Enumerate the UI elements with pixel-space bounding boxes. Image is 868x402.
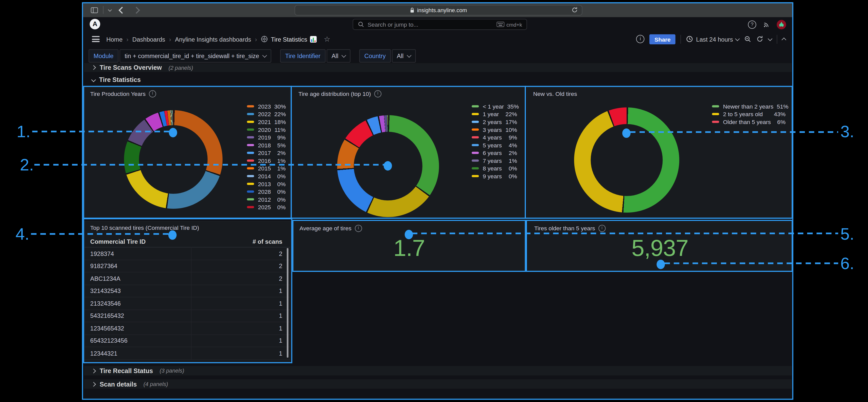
filter-country-label[interactable]: Country: [359, 49, 391, 62]
zoom-out-icon[interactable]: [744, 35, 751, 42]
legend-item[interactable]: 20280%: [247, 188, 286, 195]
section-tire-recall-status[interactable]: Tire Recall Status (3 panels): [84, 366, 792, 375]
legend-item[interactable]: 202222%: [247, 110, 286, 118]
cell-commercial-tire-id: 213243546: [90, 300, 199, 307]
legend-swatch-icon: [247, 136, 254, 138]
panel-tire-production-years[interactable]: Tire Production Years 202330%202222%2021…: [84, 87, 290, 218]
legend-item[interactable]: Older than 5 years6%: [712, 118, 785, 126]
chevron-down-icon: [262, 53, 267, 58]
forward-icon[interactable]: [133, 6, 140, 13]
legend-label: 2018: [258, 142, 274, 148]
donut-chart-tire-age[interactable]: [337, 115, 439, 217]
legend-item[interactable]: 20130%: [247, 180, 286, 188]
table-row[interactable]: ABC1234A2: [85, 272, 290, 285]
avatar[interactable]: [777, 20, 786, 29]
legend-item[interactable]: 2 years17%: [472, 118, 517, 126]
legend-item[interactable]: < 1 year35%: [472, 102, 517, 110]
back-icon[interactable]: [119, 6, 126, 13]
reload-icon[interactable]: [571, 7, 578, 13]
table-scrollbar[interactable]: [287, 248, 288, 358]
legend-item[interactable]: 9 years0%: [472, 172, 517, 180]
legend-item[interactable]: 202330%: [247, 102, 286, 110]
help-icon[interactable]: [748, 20, 756, 29]
table-row[interactable]: 54321654321: [85, 310, 290, 322]
legend-item[interactable]: 7 years1%: [472, 157, 517, 164]
cell-num-scans: 2: [199, 275, 284, 282]
panel-tires-older-than-5-years[interactable]: Tires older than 5 years 5,937: [528, 221, 792, 271]
collapse-header-chevron-icon[interactable]: [781, 37, 786, 42]
panel-info-icon[interactable]: [355, 224, 362, 231]
donut-chart-production-years[interactable]: [124, 110, 223, 209]
legend-item[interactable]: 1 year22%: [472, 110, 517, 118]
legend-item[interactable]: 20185%: [247, 141, 286, 149]
legend-item[interactable]: 5 years4%: [472, 141, 517, 149]
legend-item[interactable]: 202011%: [247, 126, 286, 134]
filter-module-value[interactable]: tin + commercial_tire_id + tire_sidewall…: [120, 49, 271, 62]
legend-item[interactable]: 20172%: [247, 149, 286, 157]
panel-info-icon[interactable]: [598, 224, 606, 231]
time-range-picker[interactable]: Last 24 hours: [686, 35, 739, 42]
refresh-icon[interactable]: [756, 35, 763, 42]
legend-item[interactable]: 8 years0%: [472, 164, 517, 172]
search-placeholder: Search or jump to...: [368, 21, 493, 28]
table-row[interactable]: 2132435461: [85, 297, 290, 310]
panel-new-vs-old-tires[interactable]: New vs. Old tires Newer than 2 years51%2…: [527, 87, 792, 218]
panel-info-icon[interactable]: [374, 90, 381, 97]
table-row[interactable]: 123443211: [85, 347, 290, 360]
menu-icon[interactable]: [92, 38, 100, 39]
table-row[interactable]: 654321234561: [85, 335, 290, 347]
legend-item[interactable]: 202118%: [247, 118, 286, 126]
panel-tire-age-distribution[interactable]: Tire age distribution (top 10) < 1 year3…: [292, 87, 525, 218]
cell-num-scans: 1: [199, 325, 284, 332]
section-tire-scans-overview[interactable]: Tire Scans Overview (2 panels): [84, 63, 792, 72]
breadcrumb-dashboards[interactable]: Dashboards: [132, 36, 165, 42]
donut-chart-new-vs-old[interactable]: [574, 107, 679, 213]
column-header-num-scans[interactable]: # of scans: [253, 238, 282, 245]
legend-item[interactable]: 20199%: [247, 133, 286, 141]
legend-label: 2021: [258, 119, 271, 125]
legend-swatch-icon: [472, 175, 479, 177]
table-row[interactable]: 12345654321: [85, 322, 290, 335]
legend-item[interactable]: 3 years10%: [472, 126, 517, 134]
section-tire-statistics[interactable]: Tire Statistics: [84, 75, 141, 85]
legend-swatch-icon: [712, 121, 719, 123]
legend-item[interactable]: 20140%: [247, 172, 286, 180]
breadcrumb-folder[interactable]: Anyline Insights dashboards: [175, 36, 251, 42]
column-header-commercial-tire-id[interactable]: Commercial Tire ID: [90, 238, 146, 245]
legend-item[interactable]: 2 to 5 years old43%: [712, 110, 785, 118]
breadcrumb-current[interactable]: Tire Statistics: [261, 35, 317, 42]
legend-item[interactable]: 4 years9%: [472, 133, 517, 141]
panel-top-10-scanned-tires[interactable]: Top 10 scanned tires (Commercial Tire ID…: [84, 221, 290, 363]
refresh-interval-chevron-icon[interactable]: [768, 36, 773, 41]
news-rss-icon[interactable]: [763, 21, 770, 28]
section-scan-details[interactable]: Scan details (4 panels): [84, 379, 792, 389]
filter-tire-identifier-value[interactable]: All: [327, 49, 350, 62]
sidebar-toggle-icon[interactable]: [91, 7, 98, 13]
cell-commercial-tire-id: 65432123456: [90, 337, 199, 344]
dashboard-info-icon[interactable]: [636, 35, 645, 43]
chart-legend: 202330%202222%202118%202011%20199%20185%…: [247, 102, 286, 211]
legend-item[interactable]: 6 years2%: [472, 149, 517, 157]
browser-window: insights.anyline.com Search or jump to..…: [83, 3, 793, 400]
filter-tire-identifier-label[interactable]: Tire Identifier: [280, 49, 326, 62]
legend-item[interactable]: 20151%: [247, 164, 286, 172]
table-row[interactable]: 19283742: [85, 248, 290, 260]
favorite-star-icon[interactable]: [324, 35, 330, 43]
app-logo[interactable]: [90, 19, 100, 29]
legend-item[interactable]: 20161%: [247, 157, 286, 164]
share-button[interactable]: Share: [649, 34, 676, 44]
panel-average-age-of-tires[interactable]: Average age of tires 1.7: [293, 221, 525, 271]
address-bar[interactable]: insights.anyline.com: [294, 5, 582, 16]
search-input[interactable]: Search or jump to... cmd+k: [353, 19, 527, 30]
chevron-down-icon[interactable]: [108, 7, 112, 11]
filter-country-value[interactable]: All: [392, 49, 415, 62]
table-row[interactable]: 918273642: [85, 260, 290, 272]
filter-module-label[interactable]: Module: [89, 49, 118, 62]
legend-item[interactable]: Newer than 2 years51%: [712, 102, 785, 110]
panel-info-icon[interactable]: [149, 90, 156, 97]
legend-item[interactable]: 20120%: [247, 195, 286, 204]
table-row[interactable]: 3214325431: [85, 285, 290, 297]
cell-num-scans: 2: [199, 250, 284, 257]
breadcrumb-home[interactable]: Home: [106, 36, 122, 42]
legend-item[interactable]: 20250%: [247, 203, 286, 211]
